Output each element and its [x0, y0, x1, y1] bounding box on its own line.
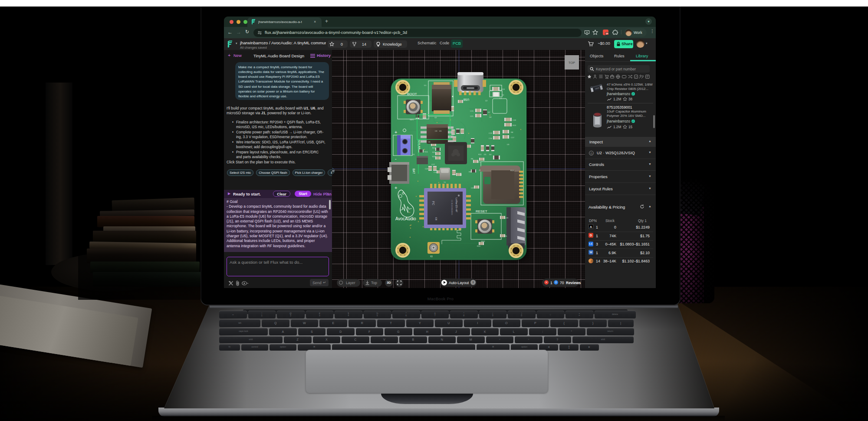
- svg-text:FC: FC: [432, 201, 435, 205]
- svg-text:U2: U2: [434, 116, 437, 119]
- svg-text:C17: C17: [511, 136, 514, 139]
- svg-text:+: +: [395, 129, 397, 135]
- svg-text:R19: R19: [501, 88, 505, 90]
- svg-text:R14: R14: [510, 169, 514, 172]
- svg-text:D1: D1: [424, 84, 427, 86]
- svg-text:U5: U5: [412, 153, 415, 156]
- svg-text:SW1: SW1: [410, 119, 414, 121]
- svg-text:CC ID:2020DJ6936: CC ID:2020DJ6936: [451, 200, 453, 215]
- svg-text:R5: R5: [505, 235, 507, 237]
- svg-text:USB: USB: [464, 98, 469, 101]
- svg-text:R9: R9: [469, 171, 471, 173]
- svg-text:C22: C22: [458, 174, 462, 176]
- svg-text:C16: C16: [489, 137, 492, 139]
- svg-text:C15: C15: [470, 110, 473, 112]
- svg-text:R7: R7: [488, 111, 490, 113]
- svg-text:C29: C29: [505, 217, 508, 219]
- svg-text:C3: C3: [435, 130, 437, 132]
- svg-text:BAT: BAT: [412, 169, 415, 174]
- svg-text:RESET: RESET: [476, 209, 487, 213]
- svg-text:C18: C18: [489, 132, 492, 134]
- svg-text:+: +: [395, 185, 397, 190]
- svg-text:SW2: SW2: [481, 240, 485, 242]
- svg-text:D4: D4: [489, 153, 492, 156]
- svg-text:R8: R8: [511, 131, 513, 133]
- svg-text:U4: U4: [489, 116, 492, 118]
- svg-text:Q1: Q1: [485, 99, 488, 102]
- svg-text:X3: X3: [430, 255, 433, 258]
- svg-text:C6: C6: [428, 141, 431, 143]
- svg-text:U1: U1: [439, 130, 442, 132]
- svg-text:J1: J1: [479, 169, 481, 171]
- svg-text:R16: R16: [432, 156, 436, 158]
- svg-text:C24: C24: [477, 161, 480, 163]
- svg-text:Y1: Y1: [444, 181, 446, 183]
- svg-text:R6: R6: [471, 158, 473, 160]
- svg-text:C14: C14: [434, 171, 437, 173]
- svg-text:BOOT: BOOT: [407, 92, 417, 96]
- svg-text:C21: C21: [470, 115, 473, 117]
- svg-text:R15: R15: [424, 151, 428, 153]
- svg-text:LoRa-E5-HF: LoRa-E5-HF: [455, 198, 458, 212]
- svg-text:R17: R17: [432, 147, 436, 149]
- svg-text:D2: D2: [502, 94, 504, 96]
- svg-text:C28: C28: [425, 168, 428, 170]
- svg-text:C19: C19: [513, 119, 516, 121]
- svg-text:R13: R13: [513, 124, 516, 126]
- svg-text:R10: R10: [477, 245, 480, 247]
- svg-text:R12: R12: [432, 151, 436, 153]
- svg-text:U3: U3: [507, 143, 510, 146]
- svg-text:SOLAR: SOLAR: [418, 140, 421, 149]
- svg-text:-: -: [395, 156, 397, 161]
- svg-text:C20: C20: [471, 187, 474, 189]
- svg-text:R11: R11: [478, 153, 482, 156]
- svg-text:C27: C27: [431, 163, 435, 166]
- svg-text:ce: ce: [435, 217, 438, 221]
- svg-text:L2: L2: [500, 97, 502, 99]
- svg-text:D5: D5: [484, 153, 487, 156]
- svg-text:AvocAudio: AvocAudio: [395, 216, 416, 221]
- svg-text:Q1: Q1: [451, 106, 454, 108]
